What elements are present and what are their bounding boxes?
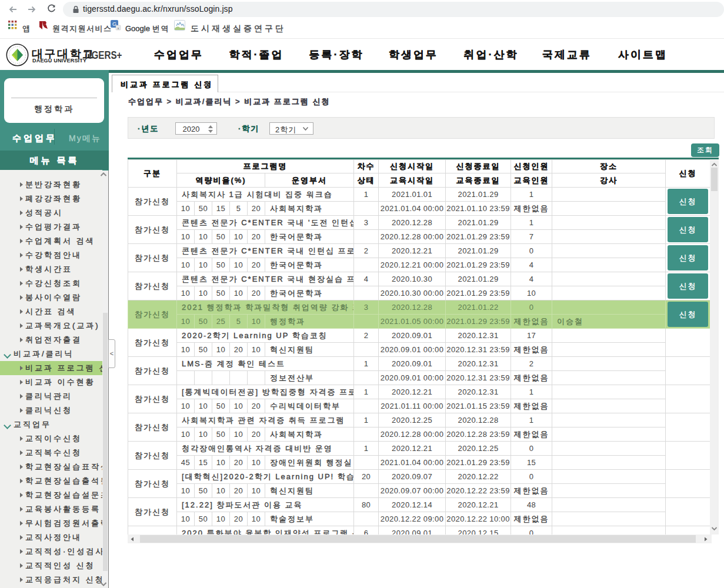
svg-text:x: x — [118, 26, 119, 30]
